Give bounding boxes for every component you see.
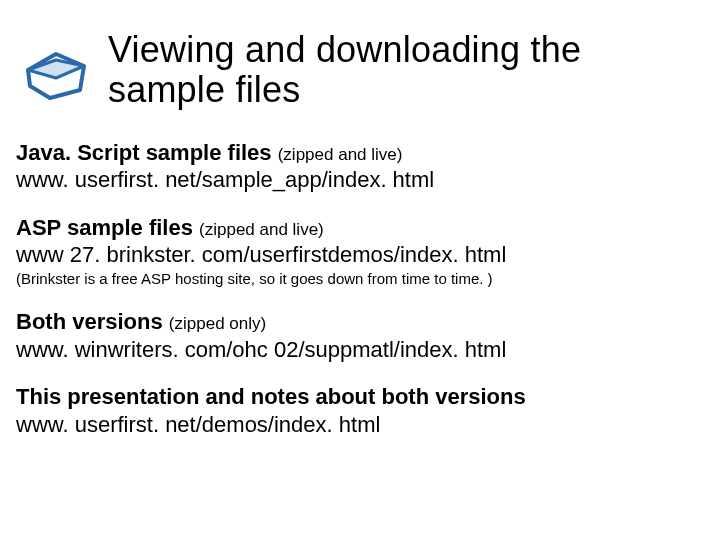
section-label: This presentation and notes about both v… [16,384,526,409]
section-url: www. userfirst. net/demos/index. html [16,411,704,439]
section-url: www. winwriters. com/ohc 02/suppmatl/ind… [16,336,704,364]
section-label: ASP sample files [16,215,193,240]
section-both: Both versions (zipped only) www. winwrit… [16,308,704,363]
section-heading: ASP sample files (zipped and live) [16,214,704,242]
section-presentation: This presentation and notes about both v… [16,383,704,438]
section-paren: (zipped and live) [278,145,403,164]
section-label: Java. Script sample files [16,140,272,165]
title-row: Viewing and downloading the sample files [16,30,704,111]
section-heading: Both versions (zipped only) [16,308,704,336]
section-asp: ASP sample files (zipped and live) www 2… [16,214,704,289]
slide: Viewing and downloading the sample files… [0,0,720,540]
section-paren: (zipped only) [169,314,266,333]
section-url: www. userfirst. net/sample_app/index. ht… [16,166,704,194]
section-paren: (zipped and live) [199,220,324,239]
section-heading: This presentation and notes about both v… [16,383,704,411]
page-title: Viewing and downloading the sample files [108,30,704,111]
section-javascript: Java. Script sample files (zipped and li… [16,139,704,194]
section-heading: Java. Script sample files (zipped and li… [16,139,704,167]
section-url: www 27. brinkster. com/userfirstdemos/in… [16,241,704,269]
section-label: Both versions [16,309,163,334]
folder-icon [20,36,94,110]
section-note: (Brinkster is a free ASP hosting site, s… [16,269,704,289]
